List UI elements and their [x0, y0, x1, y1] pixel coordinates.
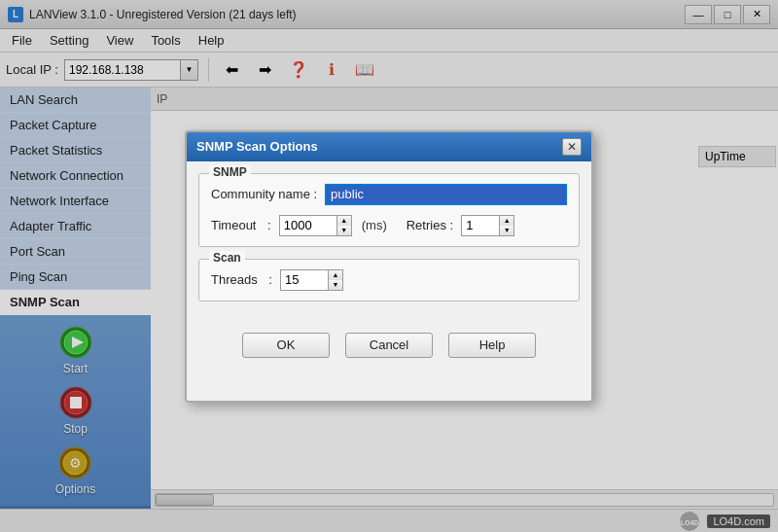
threads-colon: :: [265, 272, 272, 287]
modal-overlay: SNMP Scan Options ✕ SNMP Community name …: [0, 0, 778, 532]
timeout-input[interactable]: [279, 215, 337, 236]
threads-increment-button[interactable]: ▲: [329, 270, 342, 280]
retries-spinner[interactable]: ▲ ▼: [461, 215, 514, 236]
modal-footer: OK Cancel Help: [187, 325, 591, 370]
modal-close-button[interactable]: ✕: [562, 138, 582, 156]
timeout-spinner-buttons: ▲ ▼: [337, 215, 352, 236]
timeout-increment-button[interactable]: ▲: [337, 216, 351, 226]
timeout-row: Timeout : ▲ ▼ (ms) Retries :: [211, 215, 567, 236]
retries-input[interactable]: [461, 215, 500, 236]
community-name-input[interactable]: [325, 184, 567, 205]
snmp-group-label: SNMP: [209, 165, 251, 179]
ok-button[interactable]: OK: [242, 333, 330, 358]
snmp-group: SNMP Community name : Timeout : ▲ ▼: [198, 173, 580, 247]
threads-spinner[interactable]: ▲ ▼: [280, 269, 343, 291]
scan-group-label: Scan: [209, 251, 245, 265]
modal-title-bar: SNMP Scan Options ✕: [187, 132, 591, 161]
modal-title: SNMP Scan Options: [196, 139, 318, 154]
cancel-button[interactable]: Cancel: [345, 333, 433, 358]
timeout-colon: :: [264, 218, 270, 232]
timeout-label: Timeout: [211, 218, 256, 232]
retries-increment-button[interactable]: ▲: [500, 216, 513, 226]
timeout-spinner[interactable]: ▲ ▼: [279, 215, 352, 236]
community-name-label: Community name :: [211, 187, 317, 201]
retries-spinner-buttons: ▲ ▼: [500, 215, 514, 236]
threads-decrement-button[interactable]: ▼: [329, 280, 342, 290]
threads-spinner-buttons: ▲ ▼: [329, 269, 343, 291]
scan-group: Scan Threads : ▲ ▼: [198, 259, 580, 301]
retries-decrement-button[interactable]: ▼: [500, 226, 513, 235]
retries-label: Retries :: [407, 218, 453, 232]
threads-label: Threads: [211, 272, 258, 287]
threads-input[interactable]: [280, 269, 329, 291]
threads-row: Threads : ▲ ▼: [211, 269, 567, 291]
snmp-scan-options-dialog: SNMP Scan Options ✕ SNMP Community name …: [185, 130, 593, 403]
timeout-decrement-button[interactable]: ▼: [337, 226, 351, 235]
timeout-unit: (ms): [362, 218, 387, 232]
help-button[interactable]: Help: [448, 333, 536, 358]
modal-body: SNMP Community name : Timeout : ▲ ▼: [187, 161, 591, 325]
community-name-row: Community name :: [211, 184, 567, 205]
